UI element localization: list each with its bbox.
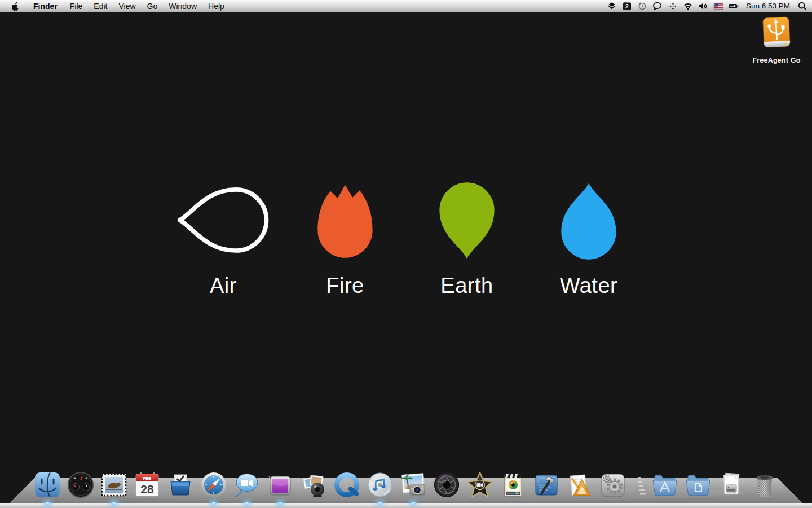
apple-menu[interactable] (3, 0, 27, 12)
volume-icon[interactable] (697, 1, 709, 12)
dock-item-photo-booth[interactable] (299, 470, 328, 500)
element-label-fire: Fire (284, 274, 406, 298)
menu-extras: 2 Sun 6:53 PM (606, 0, 809, 12)
spotlight-icon[interactable] (796, 1, 809, 12)
dock-item-mail[interactable] (99, 470, 129, 500)
trash-icon (750, 470, 779, 500)
dashboard-icon (66, 470, 95, 500)
running-indicator (410, 501, 417, 505)
wifi-icon[interactable] (682, 1, 694, 12)
element-earth: Earth (406, 182, 528, 298)
dock-item-xcode[interactable] (532, 470, 561, 500)
menu-item-finder[interactable]: Finder (27, 0, 64, 12)
dock-item-aperture[interactable] (432, 470, 461, 500)
dock-item-ichat[interactable] (232, 470, 262, 500)
dock-item-finder[interactable] (33, 470, 62, 500)
element-water: Water (528, 182, 650, 298)
running-indicator (244, 501, 250, 505)
separator-dashes-icon (632, 470, 646, 500)
quicktime-icon (332, 470, 361, 500)
interface-builder-icon (565, 470, 594, 500)
earth-shape-icon (422, 182, 512, 260)
photo-booth-icon (299, 470, 328, 500)
things-inbox-icon (166, 470, 195, 500)
dock-item-purple-app[interactable] (266, 470, 295, 500)
desktop-icon-freeagent-go[interactable]: FreeAgent Go (744, 16, 809, 64)
iphoto-icon (399, 470, 428, 500)
dock-item-imovie[interactable] (465, 470, 495, 500)
imovie-star-icon (465, 470, 495, 500)
sync-dots-icon[interactable] (667, 1, 679, 12)
element-label-earth: Earth (406, 274, 528, 298)
menu-item-file[interactable]: File (64, 0, 89, 12)
menu-clock[interactable]: Sun 6:53 PM (743, 2, 793, 10)
menu-left: Finder File Edit View Go Window Help (3, 0, 230, 12)
itunes-cd-icon (365, 470, 395, 500)
video-eye-icon (498, 470, 528, 500)
dock-separator (632, 470, 646, 500)
aperture-lens-icon (432, 470, 461, 500)
running-indicator (277, 501, 284, 505)
dock-item-quicktime[interactable] (332, 470, 361, 500)
element-label-air: Air (162, 274, 284, 298)
apple-logo-icon (11, 1, 19, 11)
running-indicator (44, 501, 51, 505)
chat-bubble-icon[interactable] (651, 1, 664, 12)
dock-item-safari[interactable] (199, 470, 228, 500)
menu-item-window[interactable]: Window (163, 0, 202, 12)
documents-stack-icon (717, 470, 746, 500)
dock-item-video-eye[interactable] (498, 470, 528, 500)
purple-display-icon (266, 470, 295, 500)
gear-icon (598, 470, 628, 500)
drive-label: FreeAgent Go (744, 56, 809, 64)
element-air: Air (162, 182, 284, 298)
time-machine-icon[interactable] (636, 1, 648, 12)
dock-item-ical[interactable]: FEB28 (133, 470, 162, 500)
documents-folder-icon (683, 470, 713, 500)
element-label-water: Water (528, 274, 650, 298)
dock-item-documents-stack[interactable] (717, 470, 746, 500)
finder-icon (33, 470, 62, 500)
dock-item-system-preferences[interactable] (598, 470, 628, 500)
xcode-hammer-icon (532, 470, 561, 500)
badge-2-icon[interactable]: 2 (621, 1, 633, 12)
dock: FEB28 (0, 471, 812, 508)
running-indicator (210, 501, 217, 505)
dock-item-dashboard[interactable] (66, 470, 95, 500)
svg-text:28: 28 (140, 483, 154, 496)
battery-icon[interactable] (727, 1, 740, 12)
dock-item-iphoto[interactable] (399, 470, 428, 500)
mail-icon (99, 470, 129, 500)
menu-item-help[interactable]: Help (202, 0, 230, 12)
menu-item-go[interactable]: Go (142, 0, 164, 12)
dock-item-things[interactable] (166, 470, 195, 500)
air-shape-icon (164, 182, 283, 260)
svg-text:2: 2 (625, 3, 629, 10)
dock-item-interface-builder[interactable] (565, 470, 594, 500)
svg-text:FEB: FEB (143, 476, 152, 481)
dropbox-icon[interactable] (606, 1, 618, 12)
dock-item-trash[interactable] (750, 470, 779, 500)
external-drive-icon (752, 16, 801, 53)
input-language-flag-icon[interactable] (712, 1, 725, 12)
calendar-icon: FEB28 (133, 470, 162, 500)
chat-video-icon (232, 470, 262, 500)
dock-item-itunes[interactable] (365, 470, 395, 500)
applications-folder-icon (650, 470, 679, 500)
fire-shape-icon (297, 182, 393, 260)
safari-compass-icon (199, 470, 228, 500)
wallpaper-elements: Air Fire Earth Water (162, 182, 650, 298)
element-fire: Fire (284, 182, 406, 298)
dock-item-documents-folder[interactable] (683, 470, 713, 500)
dock-item-applications-folder[interactable] (650, 470, 679, 500)
menu-item-view[interactable]: View (113, 0, 141, 12)
menu-bar: Finder File Edit View Go Window Help 2 (0, 0, 812, 12)
dock-items: FEB28 (0, 470, 812, 500)
running-indicator (111, 501, 117, 505)
water-shape-icon (544, 182, 634, 260)
menu-item-edit[interactable]: Edit (88, 0, 113, 12)
running-indicator (377, 501, 383, 505)
